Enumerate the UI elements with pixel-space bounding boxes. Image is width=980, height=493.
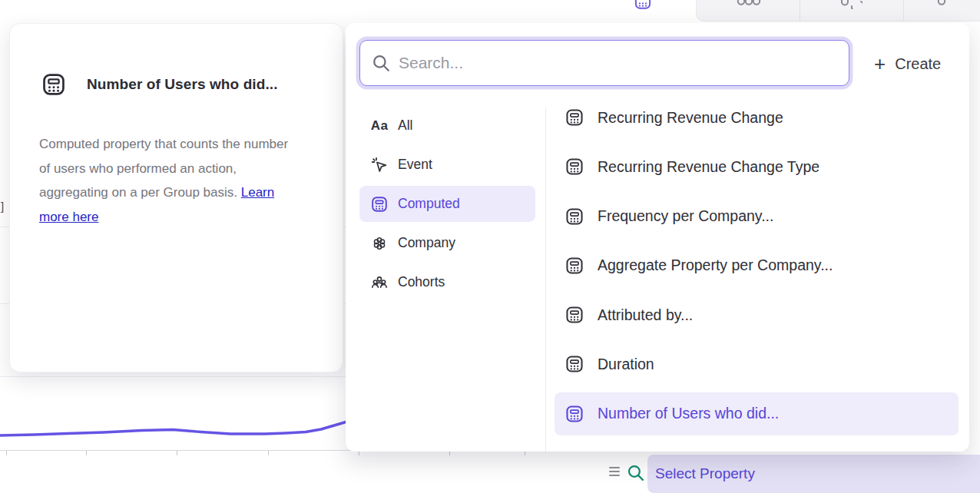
- property-item[interactable]: Recurring Revenue Change: [555, 96, 958, 139]
- metrics-tab-icon: [633, 0, 653, 11]
- property-tooltip-card: Number of Users who did... Computed prop…: [9, 23, 343, 372]
- calculator-icon: [564, 354, 584, 374]
- property-item[interactable]: Aggregate Property per Company...: [555, 244, 958, 287]
- search-input[interactable]: [359, 40, 849, 86]
- drag-handle-icon[interactable]: [609, 467, 620, 476]
- category-item[interactable]: Cohorts: [359, 264, 535, 300]
- calculator-icon: [564, 305, 584, 325]
- clipped-text-fragment: ]: [1, 200, 4, 213]
- panel-divider: [545, 108, 546, 452]
- create-button[interactable]: + Create: [874, 51, 941, 77]
- axis-tick: [6, 451, 7, 455]
- category-item[interactable]: Computed: [359, 186, 535, 222]
- select-property-button[interactable]: Select Property: [647, 455, 980, 493]
- app-root: ]: [0, 0, 980, 493]
- calculator-icon: [370, 195, 389, 213]
- calculator-icon: [564, 157, 584, 177]
- tooltip-description: Computed property that counts the number…: [39, 132, 300, 229]
- company-flower-icon: [370, 234, 389, 253]
- category-list: Aa All Event Computed Company Cohorts: [359, 108, 535, 303]
- tab-divider: [903, 0, 904, 22]
- query-builder-row: Select Property: [546, 452, 980, 493]
- calculator-icon: [564, 404, 584, 424]
- axis-tick: [86, 451, 87, 455]
- property-item[interactable]: Number of Users who did...: [555, 392, 958, 435]
- event-cursor-icon: [370, 156, 389, 174]
- property-item[interactable]: Attributed by...: [555, 293, 958, 336]
- property-picker-panel: + Create Aa All Event Computed Company: [346, 23, 969, 452]
- category-item[interactable]: Event: [359, 147, 535, 183]
- bar-chart-tab-icon[interactable]: [737, 0, 761, 8]
- property-item[interactable]: Frequency per Company...: [555, 195, 958, 238]
- axis-tick: [177, 451, 177, 455]
- property-item[interactable]: Duration: [555, 342, 958, 385]
- cohorts-people-icon: [370, 273, 389, 292]
- x-axis-labels: [0, 457, 546, 474]
- plus-icon: +: [874, 52, 886, 75]
- calculator-icon: [564, 108, 584, 127]
- calculator-icon: [564, 207, 584, 227]
- category-item[interactable]: Company: [359, 225, 535, 261]
- text-format-icon: Aa: [370, 117, 389, 135]
- axis-tick: [268, 451, 269, 455]
- circle-tab-icon[interactable]: [937, 0, 946, 6]
- inactive-tabs: [696, 0, 980, 22]
- property-item[interactable]: Recurring Revenue Change Type: [555, 145, 958, 188]
- category-item[interactable]: Aa All: [359, 108, 535, 144]
- tooltip-title: Number of Users who did...: [87, 76, 278, 93]
- chart-type-tabbar: [590, 0, 980, 22]
- calculator-icon: [41, 71, 67, 98]
- property-list: Recurring Revenue Change Recurring Reven…: [555, 96, 958, 442]
- retention-curve-tab-icon[interactable]: [839, 0, 862, 9]
- calculator-icon: [564, 256, 584, 276]
- tab-metrics[interactable]: [590, 0, 696, 22]
- tab-divider: [800, 0, 800, 22]
- property-search-icon: [626, 463, 645, 482]
